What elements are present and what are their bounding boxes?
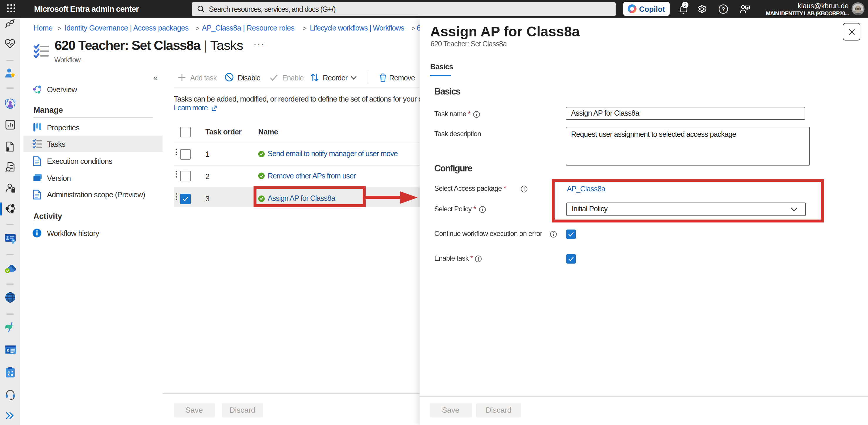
svg-text:$: $ [6, 348, 9, 353]
svg-text:?: ? [721, 6, 725, 12]
